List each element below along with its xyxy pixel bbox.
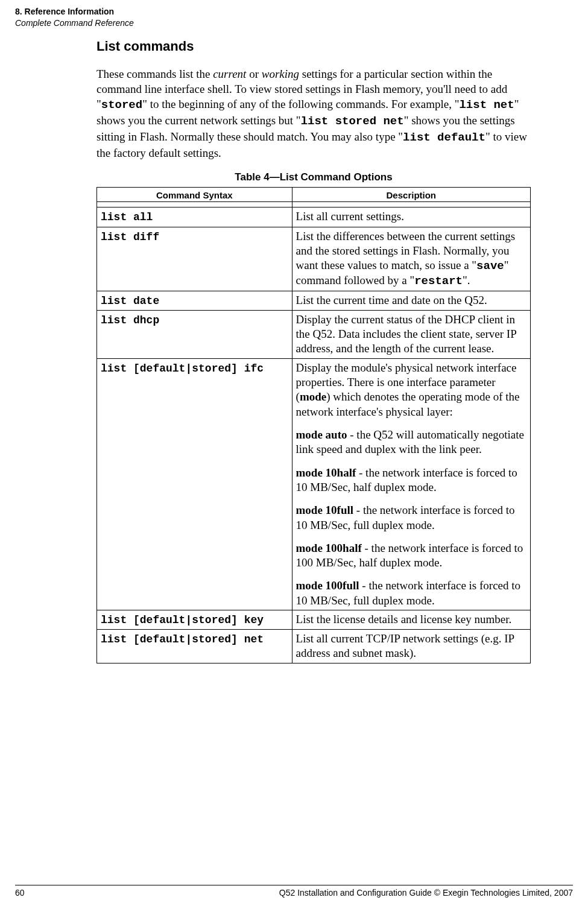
table-row: list date List the current time and date… xyxy=(97,291,531,310)
desc: List the differences between the current… xyxy=(292,227,530,291)
cmd: list diff xyxy=(101,231,159,243)
page-number: 60 xyxy=(15,888,25,898)
table-row: list [default|stored] key List the licen… xyxy=(97,610,531,630)
desc: List all current TCP/IP network settings… xyxy=(292,630,530,663)
table-row: list all List all current settings. xyxy=(97,207,531,227)
table-row: list [default|stored] net List all curre… xyxy=(97,630,531,663)
desc: List the current time and date on the Q5… xyxy=(292,291,530,310)
desc: List the license details and license key… xyxy=(292,610,530,630)
header-section: Complete Command Reference xyxy=(15,18,134,28)
header-chapter: 8. Reference Information xyxy=(15,7,114,16)
table-row: list diff List the differences between t… xyxy=(97,227,531,291)
section-title: List commands xyxy=(96,39,531,54)
page-footer: 60 Q52 Installation and Configuration Gu… xyxy=(15,885,573,898)
cmd: list all xyxy=(101,211,153,223)
options-table: Command Syntax Description list all List… xyxy=(96,187,531,663)
desc: Display the module's physical network in… xyxy=(292,358,530,610)
intro-paragraph: These commands list the current or worki… xyxy=(96,66,531,160)
cmd: list date xyxy=(101,295,159,307)
desc: Display the current status of the DHCP c… xyxy=(292,310,530,358)
page-header: 8. Reference Information Complete Comman… xyxy=(15,6,134,29)
table-caption: Table 4—List Command Options xyxy=(96,171,531,183)
cmd: list [default|stored] key xyxy=(101,614,264,626)
content-area: List commands These commands list the cu… xyxy=(96,10,531,663)
table-row: list dhcp Display the current status of … xyxy=(97,310,531,358)
desc: List all current settings. xyxy=(292,207,530,227)
cmd: list [default|stored] net xyxy=(101,633,264,645)
cmd: list dhcp xyxy=(101,314,159,326)
th-syntax: Command Syntax xyxy=(97,188,292,202)
th-desc: Description xyxy=(292,188,530,202)
cmd: list [default|stored] ifc xyxy=(101,363,264,375)
table-row: list [default|stored] ifc Display the mo… xyxy=(97,358,531,610)
footer-text: Q52 Installation and Configuration Guide… xyxy=(279,888,573,898)
